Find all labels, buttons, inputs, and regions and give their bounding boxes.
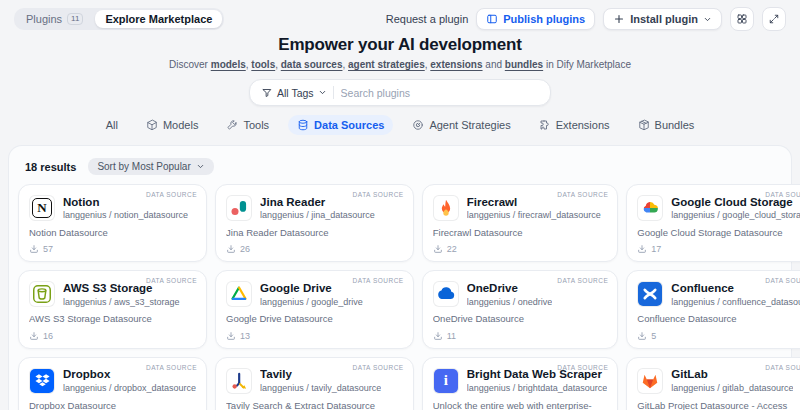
plugin-card[interactable]: DATA SOURCE Google Cloud Storage langgen… <box>626 184 800 262</box>
expand-icon-button[interactable] <box>762 7 786 31</box>
download-icon <box>29 331 39 341</box>
chevron-down-icon <box>196 162 205 171</box>
plugin-byline: langgenius / brightdata_datasource <box>467 383 608 393</box>
tab-data-sources[interactable]: Data Sources <box>288 115 393 135</box>
subtitle-keyword[interactable]: extensions <box>430 59 482 70</box>
database-icon <box>297 119 309 131</box>
cube-icon <box>146 119 158 131</box>
wrench-icon <box>226 119 238 131</box>
top-bar-actions: Request a plugin Publish plugins Install… <box>386 7 786 31</box>
apps-icon <box>736 13 748 25</box>
request-plugin-link[interactable]: Request a plugin <box>386 13 469 25</box>
explore-tab-label: Explore Marketplace <box>105 13 212 25</box>
plugin-card[interactable]: DATA SOURCE Firecrawl langgenius / firec… <box>422 184 619 262</box>
plugin-description: Notion Datasource <box>29 227 196 239</box>
tavily-icon <box>226 368 252 394</box>
plugin-description: Tavily Search & Extract Datasource <box>226 400 403 410</box>
publish-plugins-button[interactable]: Publish plugins <box>476 8 595 30</box>
results-count: 18 results <box>25 161 76 173</box>
tab-label: Tools <box>243 119 269 131</box>
download-count: 26 <box>240 244 250 254</box>
plugin-byline: langgenius / google_drive <box>260 297 363 307</box>
s3-icon <box>29 281 55 307</box>
plugin-card[interactable]: DATA SOURCE Confluence langgenius / conf… <box>626 270 800 348</box>
subtitle-keyword[interactable]: bundles <box>505 59 543 70</box>
subtitle-keyword[interactable]: agent strategies <box>348 59 425 70</box>
package-icon <box>638 119 650 131</box>
tab-label: Data Sources <box>314 119 384 131</box>
plugin-description: GitLab Project Datasource - Access proje… <box>637 400 800 410</box>
subtitle-keyword[interactable]: tools <box>251 59 275 70</box>
plugin-byline: langgenius / jina_datasource <box>260 210 375 220</box>
card-type-tag: DATA SOURCE <box>765 277 800 284</box>
plugin-description: Firecrawl Datasource <box>433 227 608 239</box>
plugin-card[interactable]: DATA SOURCE i Bright Data Web Scraper la… <box>422 357 619 410</box>
tab-tools[interactable]: Tools <box>217 115 278 135</box>
plugin-byline: langgenius / tavily_datasource <box>260 383 381 393</box>
results-panel: 18 results Sort by Most Popular DATA SOU… <box>8 145 792 410</box>
search-input[interactable] <box>334 87 545 99</box>
plugin-byline: langgenius / google_cloud_storage <box>671 210 800 220</box>
tab-label: All <box>106 119 118 131</box>
hero: Empower your AI development Discover mod… <box>0 35 800 135</box>
tab-label: Agent Strategies <box>429 119 510 131</box>
gdrive-icon <box>226 281 252 307</box>
plugin-card[interactable]: DATA SOURCE Google Drive langgenius / go… <box>215 270 414 348</box>
plugin-card[interactable]: DATA SOURCE AWS S3 Storage langgenius / … <box>18 270 207 348</box>
plugin-byline: langgenius / gitlab_datasource <box>671 383 793 393</box>
jina-icon <box>226 195 252 221</box>
card-type-tag: DATA SOURCE <box>146 364 197 371</box>
all-tags-label: All Tags <box>277 87 314 99</box>
card-type-tag: DATA SOURCE <box>353 277 404 284</box>
tab-explore-marketplace[interactable]: Explore Marketplace <box>95 10 222 28</box>
plugin-card[interactable]: DATA SOURCE OneDrive langgenius / onedri… <box>422 270 619 348</box>
plugin-description: Confluence Datasource <box>637 313 800 325</box>
tab-bundles[interactable]: Bundles <box>629 115 704 135</box>
category-tabs: AllModelsToolsData SourcesAgent Strategi… <box>0 115 800 135</box>
plugin-grid: DATA SOURCE N Notion langgenius / notion… <box>16 184 784 410</box>
gitlab-icon <box>637 368 663 394</box>
plugin-description: Google Cloud Storage Datasource <box>637 227 800 239</box>
tab-label: Models <box>163 119 198 131</box>
tab-label: Bundles <box>655 119 695 131</box>
card-type-tag: DATA SOURCE <box>353 364 404 371</box>
apps-icon-button[interactable] <box>730 7 754 31</box>
brightdata-icon: i <box>433 368 459 394</box>
puzzle-icon <box>539 119 551 131</box>
subtitle-keyword[interactable]: models <box>211 59 246 70</box>
subtitle-keyword[interactable]: data sources <box>281 59 343 70</box>
download-count: 13 <box>240 331 250 341</box>
page-title: Empower your AI development <box>0 35 800 55</box>
plugin-card[interactable]: DATA SOURCE GitLab langgenius / gitlab_d… <box>626 357 800 410</box>
target-icon <box>412 119 424 131</box>
plugin-name: Google Drive <box>260 282 363 296</box>
download-icon <box>433 244 443 254</box>
plugin-description: Unlock the entire web with enterprise-gr… <box>433 400 608 410</box>
tab-plugins[interactable]: Plugins 11 <box>16 10 93 28</box>
plugin-card[interactable]: DATA SOURCE Jina Reader langgenius / jin… <box>215 184 414 262</box>
expand-icon <box>768 13 780 25</box>
tab-models[interactable]: Models <box>137 115 207 135</box>
tab-all[interactable]: All <box>97 115 127 135</box>
tab-extensions[interactable]: Extensions <box>530 115 619 135</box>
plugin-card[interactable]: DATA SOURCE Tavily langgenius / tavily_d… <box>215 357 414 410</box>
top-bar: Plugins 11 Explore Marketplace Request a… <box>0 0 800 33</box>
tab-label: Extensions <box>556 119 610 131</box>
download-icon <box>29 244 39 254</box>
page-switcher: Plugins 11 Explore Marketplace <box>14 8 224 30</box>
subtitle-text: in Dify Marketplace <box>543 59 631 70</box>
install-plugin-button[interactable]: Install plugin <box>603 8 722 30</box>
sort-dropdown[interactable]: Sort by Most Popular <box>88 158 213 175</box>
card-type-tag: DATA SOURCE <box>557 191 608 198</box>
tab-agent-strategies[interactable]: Agent Strategies <box>403 115 519 135</box>
sort-label: Sort by Most Popular <box>97 161 190 172</box>
download-count: 11 <box>447 331 456 341</box>
card-type-tag: DATA SOURCE <box>765 364 800 371</box>
plugin-card[interactable]: DATA SOURCE N Notion langgenius / notion… <box>18 184 207 262</box>
all-tags-dropdown[interactable]: All Tags <box>255 87 333 99</box>
page-subtitle: Discover models, tools, data sources, ag… <box>0 59 800 70</box>
publish-book-icon <box>486 13 498 25</box>
download-count: 16 <box>43 331 53 341</box>
plugin-card[interactable]: DATA SOURCE Dropbox langgenius / dropbox… <box>18 357 207 410</box>
download-icon <box>226 331 236 341</box>
